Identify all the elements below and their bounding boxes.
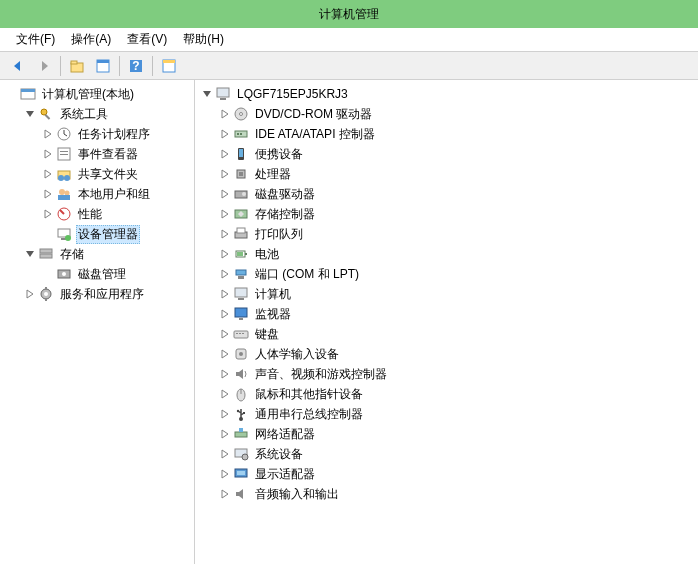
expander-icon[interactable]: [219, 428, 231, 440]
diskdrive-icon: [233, 186, 249, 202]
toolbar-separator: [152, 56, 153, 76]
storage-icon: [38, 246, 54, 262]
expander-icon[interactable]: [219, 168, 231, 180]
expander-icon[interactable]: [219, 488, 231, 500]
expander-icon[interactable]: [42, 208, 54, 220]
menu-help[interactable]: 帮助(H): [177, 29, 230, 50]
right-tree-item[interactable]: 音频输入和输出: [195, 484, 698, 504]
expander-icon[interactable]: [24, 248, 36, 260]
back-button[interactable]: [6, 55, 30, 77]
svg-point-46: [242, 192, 246, 196]
expander-icon: [42, 228, 54, 240]
svg-point-17: [58, 175, 64, 181]
right-tree-item[interactable]: 鼠标和其他指针设备: [195, 384, 698, 404]
help-button[interactable]: ?: [124, 55, 148, 77]
refresh-button[interactable]: [157, 55, 181, 77]
expander-icon[interactable]: [219, 388, 231, 400]
tree-item-label: 系统设备: [253, 445, 305, 464]
right-tree-item[interactable]: 计算机: [195, 284, 698, 304]
right-tree-item[interactable]: 端口 (COM 和 LPT): [195, 264, 698, 284]
keyboard-icon: [233, 326, 249, 342]
svg-point-19: [59, 189, 65, 195]
left-tree-item[interactable]: 存储: [0, 244, 194, 264]
expander-icon[interactable]: [219, 448, 231, 460]
svg-rect-51: [245, 253, 247, 255]
expander-icon[interactable]: [219, 188, 231, 200]
left-tree-item[interactable]: 事件查看器: [0, 144, 194, 164]
svg-point-29: [62, 272, 66, 276]
svg-rect-62: [242, 333, 244, 334]
up-button[interactable]: [65, 55, 89, 77]
expander-icon[interactable]: [219, 288, 231, 300]
forward-button[interactable]: [32, 55, 56, 77]
display-icon: [233, 466, 249, 482]
left-tree-item[interactable]: 设备管理器: [0, 224, 194, 244]
left-tree-item[interactable]: 磁盘管理: [0, 264, 194, 284]
left-tree-pane: 计算机管理(本地)系统工具任务计划程序事件查看器共享文件夹本地用户和组性能设备管…: [0, 80, 195, 564]
left-tree-item[interactable]: 性能: [0, 204, 194, 224]
svg-rect-61: [239, 333, 241, 334]
devmgr-icon: [56, 226, 72, 242]
expander-icon[interactable]: [24, 288, 36, 300]
right-tree-item[interactable]: 系统设备: [195, 444, 698, 464]
svg-point-37: [240, 113, 243, 116]
expander-icon[interactable]: [219, 128, 231, 140]
right-tree-item[interactable]: LQGF715EPJ5KRJ3: [195, 84, 698, 104]
left-tree-item[interactable]: 任务计划程序: [0, 124, 194, 144]
expander-icon[interactable]: [219, 208, 231, 220]
right-tree-item[interactable]: 便携设备: [195, 144, 698, 164]
right-tree-item[interactable]: 网络适配器: [195, 424, 698, 444]
right-tree-item[interactable]: 处理器: [195, 164, 698, 184]
right-tree-item[interactable]: DVD/CD-ROM 驱动器: [195, 104, 698, 124]
expander-icon[interactable]: [219, 148, 231, 160]
menu-view[interactable]: 查看(V): [121, 29, 173, 50]
left-tree-item[interactable]: 服务和应用程序: [0, 284, 194, 304]
right-tree-item[interactable]: IDE ATA/ATAPI 控制器: [195, 124, 698, 144]
expander-icon[interactable]: [219, 368, 231, 380]
left-tree-item[interactable]: 本地用户和组: [0, 184, 194, 204]
menubar: 文件(F) 操作(A) 查看(V) 帮助(H): [0, 28, 698, 52]
right-tree-item[interactable]: 声音、视频和游戏控制器: [195, 364, 698, 384]
expander-icon[interactable]: [24, 108, 36, 120]
right-tree-item[interactable]: 电池: [195, 244, 698, 264]
svg-rect-60: [236, 333, 238, 334]
expander-icon[interactable]: [42, 148, 54, 160]
expander-icon[interactable]: [219, 228, 231, 240]
right-tree-item[interactable]: 显示适配器: [195, 464, 698, 484]
expander-icon[interactable]: [201, 88, 213, 100]
right-tree-item[interactable]: 监视器: [195, 304, 698, 324]
expander-icon[interactable]: [219, 308, 231, 320]
svg-rect-56: [238, 298, 244, 300]
right-tree-item[interactable]: 通用串行总线控制器: [195, 404, 698, 424]
network-icon: [233, 426, 249, 442]
menu-file[interactable]: 文件(F): [10, 29, 61, 50]
expander-icon[interactable]: [219, 328, 231, 340]
svg-rect-33: [45, 298, 47, 301]
expander-icon[interactable]: [219, 248, 231, 260]
right-tree-item[interactable]: 人体学输入设备: [195, 344, 698, 364]
svg-rect-11: [45, 114, 51, 120]
left-tree-item[interactable]: 共享文件夹: [0, 164, 194, 184]
left-tree-item[interactable]: 计算机管理(本地): [0, 84, 194, 104]
right-tree-item[interactable]: 磁盘驱动器: [195, 184, 698, 204]
expander-icon[interactable]: [42, 168, 54, 180]
tree-item-label: 声音、视频和游戏控制器: [253, 365, 389, 384]
right-tree-item[interactable]: 存储控制器: [195, 204, 698, 224]
menu-action[interactable]: 操作(A): [65, 29, 117, 50]
right-tree-item[interactable]: 打印队列: [195, 224, 698, 244]
expander-icon[interactable]: [219, 408, 231, 420]
expander-icon[interactable]: [219, 468, 231, 480]
cpu-icon: [233, 166, 249, 182]
expander-icon[interactable]: [219, 348, 231, 360]
expander-icon[interactable]: [219, 108, 231, 120]
expander-icon[interactable]: [42, 128, 54, 140]
right-tree-item[interactable]: 键盘: [195, 324, 698, 344]
expander-icon[interactable]: [42, 188, 54, 200]
tree-item-label: 设备管理器: [76, 225, 140, 244]
users-icon: [56, 186, 72, 202]
expander-icon[interactable]: [219, 268, 231, 280]
tree-item-label: 事件查看器: [76, 145, 140, 164]
properties-button[interactable]: [91, 55, 115, 77]
right-tree-pane: LQGF715EPJ5KRJ3DVD/CD-ROM 驱动器IDE ATA/ATA…: [195, 80, 698, 564]
left-tree-item[interactable]: 系统工具: [0, 104, 194, 124]
